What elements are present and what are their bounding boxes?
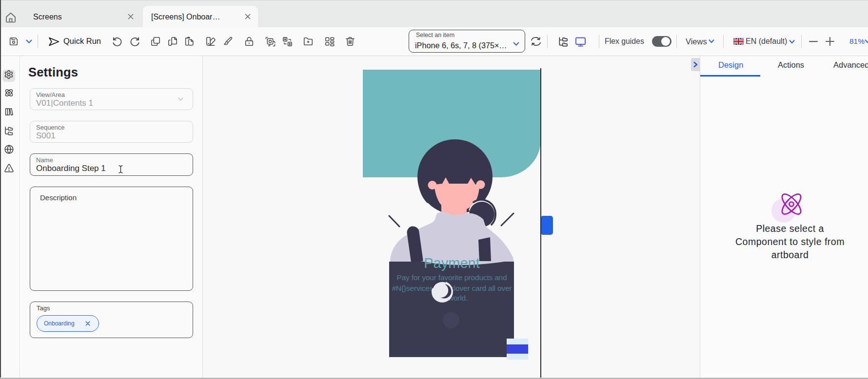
svg-text:Payment: Payment xyxy=(424,255,479,271)
svg-text:Pay for your favorite products: Pay for your favorite products and xyxy=(397,273,507,282)
